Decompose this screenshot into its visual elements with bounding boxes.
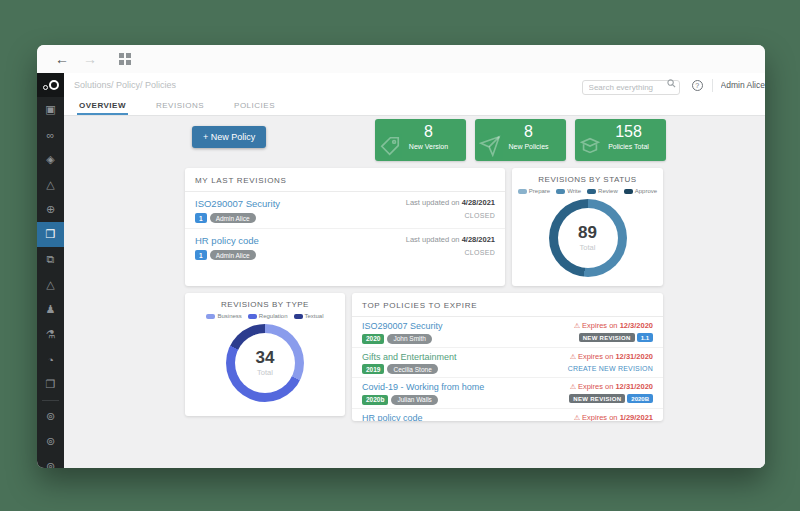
dashboard-content: + New Policy 8 New Version 8 New Policie… xyxy=(64,116,765,468)
warning-icon: ⚠ xyxy=(570,353,576,360)
legend-swatch xyxy=(206,314,215,319)
warning-triangle-icon[interactable]: △ xyxy=(37,272,64,297)
status-label: CLOSED xyxy=(406,212,495,219)
revision-row: HR policy code 1 Admin Alice Last update… xyxy=(185,229,505,265)
policy-link[interactable]: Gifts and Entertainment xyxy=(362,352,457,362)
globe-icon[interactable]: ⊕ xyxy=(37,197,64,222)
owner-badge: Cecilia Stone xyxy=(387,364,437,374)
expire-row: ISO290007 Security 2020 John Smith ⚠Expi… xyxy=(352,317,663,348)
app-window: ← → ▣∞◈△⊕❒⧉△♟⚗◔❐⊚⊚⊚⊚ › Solutions/ Policy… xyxy=(37,45,765,468)
forward-icon[interactable]: → xyxy=(83,52,97,66)
status-label: CLOSED xyxy=(406,249,495,256)
legend-swatch xyxy=(587,189,596,194)
sidebar: ▣∞◈△⊕❒⧉△♟⚗◔❐⊚⊚⊚⊚ › xyxy=(37,73,64,468)
infinity-link-icon[interactable]: ∞ xyxy=(37,122,64,147)
stat-card-policies-total[interactable]: 158 Policies Total xyxy=(575,119,666,161)
owner-badge: Admin Alice xyxy=(210,213,256,223)
version-badge: 1 xyxy=(195,213,207,223)
chart-title: REVISIONS BY STATUS xyxy=(512,168,663,184)
apps-grid-icon[interactable] xyxy=(119,53,131,65)
stat-card-new-policies[interactable]: 8 New Policies xyxy=(475,119,566,161)
help-icon[interactable]: ? xyxy=(692,80,703,91)
logo-large-circle xyxy=(49,80,59,90)
revisions-by-type-card: REVISIONS BY TYPE Business Regulation Te… xyxy=(185,293,345,416)
diamond-icon[interactable]: ◈ xyxy=(37,147,64,172)
policy-link[interactable]: HR policy code xyxy=(195,235,259,246)
owner-badge: John Smith xyxy=(387,334,432,344)
policies-box-icon[interactable]: ❒ xyxy=(37,222,64,247)
new-policy-button[interactable]: + New Policy xyxy=(192,126,266,148)
risk-triangle-icon[interactable]: △ xyxy=(37,172,64,197)
legend-label: Prepare xyxy=(529,188,550,194)
topbar-divider xyxy=(712,79,713,92)
updated-label: Last updated on 4/28/2021 xyxy=(406,235,495,244)
revision-version-badge: 1.1 xyxy=(637,333,653,342)
settings-icon-1[interactable]: ⊚ xyxy=(37,404,64,429)
breadcrumb: Solutions/ Policy/ Policies xyxy=(74,80,582,90)
stat-card-new-version[interactable]: 8 New Version xyxy=(375,119,466,161)
create-new-revision-link[interactable]: CREATE NEW REVISION xyxy=(568,365,653,372)
owner-badge: Julian Walls xyxy=(391,395,437,405)
donut-total: 89 xyxy=(578,224,597,241)
logo-small-circle xyxy=(43,85,48,90)
status-donut-chart[interactable]: 89 Total xyxy=(549,199,627,277)
top-policies-card: TOP POLICIES TO EXPIRE ISO290007 Securit… xyxy=(352,293,663,421)
tab-revisions[interactable]: REVISIONS xyxy=(154,101,206,115)
settings-icon-2[interactable]: ⊚ xyxy=(37,429,64,454)
warning-icon: ⚠ xyxy=(574,322,580,329)
policy-link[interactable]: ISO290007 Security xyxy=(362,321,443,331)
person-icon[interactable]: ♟ xyxy=(37,297,64,322)
card-title: TOP POLICIES TO EXPIRE xyxy=(352,293,663,317)
flask-icon[interactable]: ⚗ xyxy=(37,322,64,347)
tab-overview[interactable]: OVERVIEW xyxy=(77,101,128,115)
legend-label: Business xyxy=(217,313,241,319)
chart-icon[interactable]: ◔ xyxy=(37,347,64,372)
settings-icon-3[interactable]: ⊚ xyxy=(37,454,64,468)
search-box xyxy=(582,76,680,95)
sidebar-icons: ▣∞◈△⊕❒⧉△♟⚗◔❐⊚⊚⊚⊚ xyxy=(37,97,64,468)
top-bar: Solutions/ Policy/ Policies ? Admin Alic… xyxy=(64,73,765,97)
type-donut-chart[interactable]: 34 Total xyxy=(226,324,304,402)
status-legend: Prepare Write Review Approve xyxy=(512,188,663,194)
search-input[interactable] xyxy=(582,80,680,95)
policy-link[interactable]: ISO290007 Security xyxy=(195,198,280,209)
expires-label: ⚠Expires on 12/31/2020 xyxy=(568,352,653,361)
new-revision-badge[interactable]: NEW REVISION xyxy=(569,394,625,403)
expire-row: HR policy code 1.1 Peter Simmons ⚠Expire… xyxy=(352,409,663,422)
sidebar-divider xyxy=(42,400,59,401)
app-logo[interactable] xyxy=(37,73,64,97)
policy-link[interactable]: Covid-19 - Working from home xyxy=(362,382,484,392)
search-icon[interactable] xyxy=(667,79,676,88)
legend-swatch xyxy=(556,189,565,194)
donut-total: 34 xyxy=(256,349,275,366)
legend-label: Regulation xyxy=(259,313,288,319)
tabs-bar: OVERVIEW REVISIONS POLICIES xyxy=(64,97,765,116)
legend-swatch xyxy=(294,314,303,319)
tab-policies[interactable]: POLICIES xyxy=(232,101,277,115)
new-revision-badge[interactable]: NEW REVISION xyxy=(579,333,635,342)
paper-plane-icon xyxy=(479,135,501,157)
inbox-icon[interactable]: ▣ xyxy=(37,97,64,122)
back-icon[interactable]: ← xyxy=(55,52,69,66)
card-title: MY LAST REVISIONS xyxy=(185,168,505,192)
my-last-revisions-card: MY LAST REVISIONS ISO290007 Security 1 A… xyxy=(185,168,505,286)
box-alt-icon[interactable]: ⧉ xyxy=(37,247,64,272)
type-legend: Business Regulation Textual xyxy=(185,313,345,319)
revision-version-badge: 2020B xyxy=(627,394,653,403)
policy-link[interactable]: HR policy code xyxy=(362,413,438,422)
expire-row: Gifts and Entertainment 2019 Cecilia Sto… xyxy=(352,348,663,379)
version-badge: 1 xyxy=(195,250,207,260)
document-icon[interactable]: ❐ xyxy=(37,372,64,397)
tag-badge: 2020b xyxy=(362,395,388,405)
user-label[interactable]: Admin Alice xyxy=(721,80,765,90)
updated-label: Last updated on 4/28/2021 xyxy=(406,198,495,207)
stack-icon xyxy=(579,135,601,157)
tag-icon xyxy=(379,135,401,157)
legend-swatch xyxy=(624,189,633,194)
legend-label: Approve xyxy=(635,188,657,194)
warning-icon: ⚠ xyxy=(570,383,576,390)
donut-total-label: Total xyxy=(580,243,596,252)
expires-label: ⚠Expires on 1/29/2021 xyxy=(574,413,653,422)
expires-label: ⚠Expires on 12/3/2020 xyxy=(574,321,653,330)
tag-badge: 2020 xyxy=(362,334,384,344)
